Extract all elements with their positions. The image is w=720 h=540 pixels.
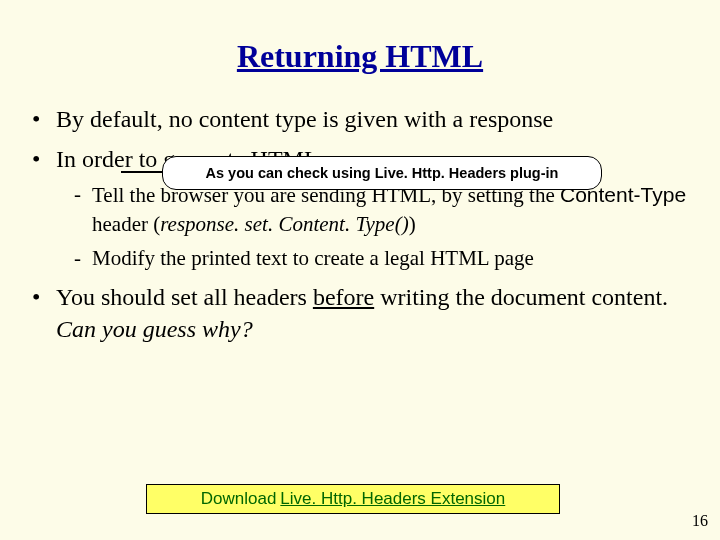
sub2-text: Modify the printed text to create a lega…: [92, 246, 534, 270]
guess-why: Can you guess why?: [56, 316, 253, 342]
callout-connector: [121, 171, 162, 173]
page-number: 16: [692, 512, 708, 530]
sub-list: Tell the browser you are sending HTML, b…: [56, 180, 690, 273]
download-box: Download Live. Http. Headers Extension: [146, 484, 560, 514]
bullet-1-text: By default, no content type is given wit…: [56, 106, 553, 132]
sub1-mid: header (: [92, 212, 160, 236]
callout-text: As you can check using Live. Http. Heade…: [206, 165, 559, 181]
download-link[interactable]: Live. Http. Headers Extension: [280, 489, 505, 509]
sub-bullet-2: Modify the printed text to create a lega…: [74, 244, 690, 273]
slide-title: Returning HTML: [0, 0, 720, 85]
before-underline: before: [313, 284, 374, 310]
sub1-post: ): [409, 212, 416, 236]
bullet-1: By default, no content type is given wit…: [28, 103, 690, 135]
b3-mid: writing the document content.: [374, 284, 668, 310]
bullet-list: By default, no content type is given wit…: [0, 103, 720, 346]
bullet-3: You should set all headers before writin…: [28, 281, 690, 346]
set-content-type-code: response. set. Content. Type(): [160, 212, 408, 236]
download-prefix: Download: [201, 489, 277, 509]
b3-pre: You should set all headers: [56, 284, 313, 310]
callout-bubble: As you can check using Live. Http. Heade…: [162, 156, 602, 190]
slide: Returning HTML By default, no content ty…: [0, 0, 720, 540]
